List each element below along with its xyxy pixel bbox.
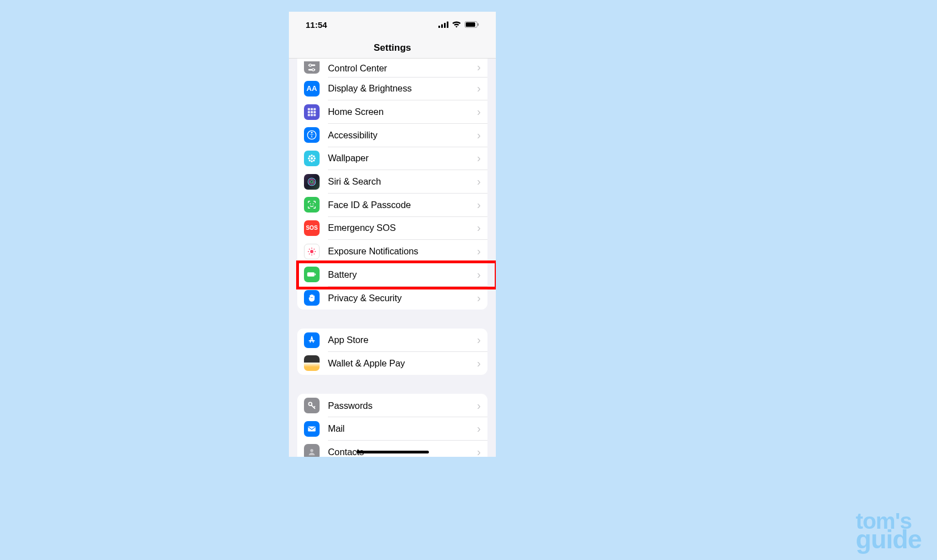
row-siri-search[interactable]: Siri & Search›	[297, 170, 487, 194]
row-accessibility[interactable]: Accessibility›	[297, 123, 487, 147]
row-label: Privacy & Security	[328, 293, 474, 303]
chevron-right-icon: ›	[474, 61, 481, 74]
chevron-right-icon: ›	[474, 199, 481, 211]
chevron-right-icon: ›	[474, 446, 481, 457]
row-label: Display & Brightness	[328, 83, 474, 94]
row-label: Siri & Search	[328, 176, 474, 187]
row-passwords[interactable]: Passwords›	[297, 394, 487, 417]
svg-point-35	[313, 204, 314, 205]
wifi-icon	[452, 21, 461, 28]
status-time: 11:54	[306, 20, 327, 30]
row-label: Wallet & Apple Pay	[328, 358, 474, 369]
chevron-right-icon: ›	[474, 245, 481, 258]
svg-rect-45	[307, 273, 315, 277]
row-label: Control Center	[328, 63, 474, 74]
row-label: App Store	[328, 335, 474, 345]
svg-rect-6	[478, 23, 479, 26]
status-bar: 11:54	[289, 12, 496, 37]
svg-rect-3	[447, 22, 448, 28]
row-control-center[interactable]: Control Center›	[297, 59, 487, 77]
svg-point-24	[311, 160, 312, 162]
svg-rect-12	[311, 108, 313, 110]
row-privacy-security[interactable]: Privacy & Security›	[297, 286, 487, 310]
svg-point-32	[310, 179, 315, 184]
home-indicator[interactable]	[356, 451, 429, 453]
settings-group: App Store›Wallet & Apple Pay›	[297, 329, 487, 375]
svg-rect-13	[313, 108, 316, 110]
contacts-icon	[304, 444, 320, 457]
siri-icon	[304, 174, 320, 190]
chevron-right-icon: ›	[474, 129, 481, 142]
svg-rect-19	[313, 114, 316, 116]
svg-point-40	[315, 251, 316, 252]
nav-bar: Settings	[289, 37, 496, 59]
chevron-right-icon: ›	[474, 221, 481, 234]
row-label: Battery	[328, 269, 474, 280]
svg-point-36	[310, 250, 313, 253]
row-exposure-notifications[interactable]: Exposure Notifications›	[297, 240, 487, 263]
chevron-right-icon: ›	[474, 105, 481, 118]
row-home-screen[interactable]: Home Screen›	[297, 100, 487, 124]
svg-point-30	[313, 160, 315, 161]
row-display-brightness[interactable]: AADisplay & Brightness›	[297, 77, 487, 100]
battery-icon	[304, 267, 320, 282]
phone-frame: 11:54 Settings Control Center›AADisplay …	[289, 12, 496, 457]
svg-rect-0	[438, 26, 440, 28]
key-icon	[304, 398, 320, 413]
svg-point-8	[309, 64, 311, 66]
svg-point-23	[311, 155, 312, 156]
exposure-icon	[304, 244, 320, 259]
row-battery[interactable]: Battery›	[297, 263, 487, 287]
sos-icon: SOS	[304, 220, 320, 236]
battery-icon	[465, 21, 479, 28]
row-wallpaper[interactable]: Wallpaper›	[297, 147, 487, 170]
svg-point-34	[310, 204, 311, 205]
svg-point-33	[311, 180, 313, 183]
nav-title: Settings	[374, 42, 411, 54]
row-label: Face ID & Passcode	[328, 200, 474, 210]
aa-icon: AA	[304, 81, 320, 96]
svg-rect-15	[311, 111, 313, 113]
svg-point-29	[309, 160, 311, 161]
watermark: tom's guide	[856, 513, 921, 550]
flower-icon	[304, 151, 320, 166]
row-app-store[interactable]: App Store›	[297, 329, 487, 352]
appstore-icon	[304, 332, 320, 348]
face-icon	[304, 197, 320, 213]
settings-group: Passwords›Mail›Contacts›	[297, 394, 487, 457]
chevron-right-icon: ›	[474, 357, 481, 370]
row-emergency-sos[interactable]: SOSEmergency SOS›	[297, 216, 487, 240]
settings-group: Control Center›AADisplay & Brightness›Ho…	[297, 59, 487, 310]
svg-rect-5	[466, 22, 475, 27]
accessibility-icon	[304, 127, 320, 143]
chevron-right-icon: ›	[474, 268, 481, 281]
chevron-right-icon: ›	[474, 82, 481, 95]
svg-rect-17	[308, 114, 310, 116]
row-wallet-apple-pay[interactable]: Wallet & Apple Pay›	[297, 352, 487, 375]
svg-point-38	[311, 254, 312, 255]
svg-point-26	[314, 157, 316, 159]
svg-point-27	[309, 156, 311, 157]
row-label: Mail	[328, 423, 474, 434]
row-mail[interactable]: Mail›	[297, 417, 487, 441]
svg-rect-1	[441, 25, 443, 28]
svg-point-37	[311, 248, 312, 249]
status-icons	[438, 21, 479, 28]
chevron-right-icon: ›	[474, 399, 481, 412]
svg-point-28	[313, 156, 315, 157]
watermark-line2: guide	[856, 530, 921, 550]
row-contacts[interactable]: Contacts›	[297, 441, 487, 457]
svg-rect-11	[308, 108, 310, 110]
row-label: Passwords	[328, 400, 474, 411]
chevron-right-icon: ›	[474, 292, 481, 305]
row-label: Accessibility	[328, 130, 474, 141]
row-face-id-passcode[interactable]: Face ID & Passcode›	[297, 193, 487, 216]
svg-rect-46	[315, 274, 316, 276]
wallet-icon	[304, 355, 320, 371]
svg-point-44	[313, 253, 315, 254]
svg-rect-2	[444, 23, 446, 28]
svg-rect-18	[311, 114, 313, 116]
svg-point-21	[311, 132, 312, 133]
svg-point-25	[308, 157, 310, 159]
settings-list[interactable]: Control Center›AADisplay & Brightness›Ho…	[289, 59, 496, 457]
